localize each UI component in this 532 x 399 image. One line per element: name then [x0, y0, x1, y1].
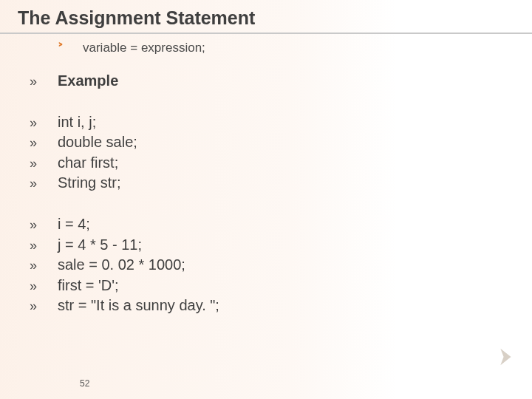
- line-text: String str;: [58, 173, 443, 194]
- chevron-right-icon: [492, 344, 517, 369]
- line-text: str = "It is a sunny day. ";: [58, 296, 443, 316]
- line-text: int i, j;: [58, 112, 443, 133]
- line-text: char first;: [58, 153, 443, 174]
- list-item: » double sale;: [30, 132, 443, 153]
- list-item: » String str;: [30, 173, 443, 194]
- list-item: » str = "It is a sunny day. ";: [30, 296, 443, 316]
- bullet-glyph: »: [30, 236, 40, 255]
- content: » Example » int i, j; » double sale; » c…: [30, 71, 443, 337]
- title-divider: [0, 33, 532, 34]
- line-text: i = 4;: [58, 214, 443, 235]
- group-declarations: » int i, j; » double sale; » char first;…: [30, 112, 443, 194]
- list-item: » char first;: [30, 153, 443, 174]
- bullet-glyph: »: [30, 72, 40, 91]
- page-title: The Assignment Statement: [18, 7, 255, 29]
- syntax-row: ˃ variable = expression;: [58, 41, 205, 55]
- line-text: double sale;: [58, 132, 443, 153]
- list-item: » Example: [30, 71, 443, 92]
- list-item: » j = 4 * 5 - 11;: [30, 235, 443, 256]
- syntax-text: variable = expression;: [83, 41, 205, 55]
- bullet-glyph: »: [30, 216, 40, 234]
- list-item: » sale = 0. 02 * 1000;: [30, 255, 443, 276]
- line-text: first = 'D';: [58, 276, 443, 296]
- bullet-glyph: »: [30, 297, 40, 316]
- bullet-glyph: »: [30, 114, 40, 132]
- group-example: » Example: [30, 71, 443, 92]
- bullet-glyph: »: [30, 134, 40, 152]
- line-text: sale = 0. 02 * 1000;: [58, 255, 443, 276]
- group-assignments: » i = 4; » j = 4 * 5 - 11; » sale = 0. 0…: [30, 214, 443, 316]
- list-item: » int i, j;: [30, 112, 443, 133]
- bullet-glyph: »: [30, 174, 40, 193]
- page-number: 52: [80, 378, 89, 389]
- list-item: » i = 4;: [30, 214, 443, 235]
- bullet-glyph: »: [30, 277, 40, 296]
- line-text: Example: [58, 71, 443, 92]
- syntax-bullet: ˃: [58, 41, 64, 55]
- bullet-glyph: »: [30, 256, 40, 275]
- list-item: » first = 'D';: [30, 276, 443, 296]
- line-text: j = 4 * 5 - 11;: [58, 235, 443, 256]
- slide: The Assignment Statement ˃ variable = ex…: [0, 0, 532, 399]
- bullet-glyph: »: [30, 154, 40, 173]
